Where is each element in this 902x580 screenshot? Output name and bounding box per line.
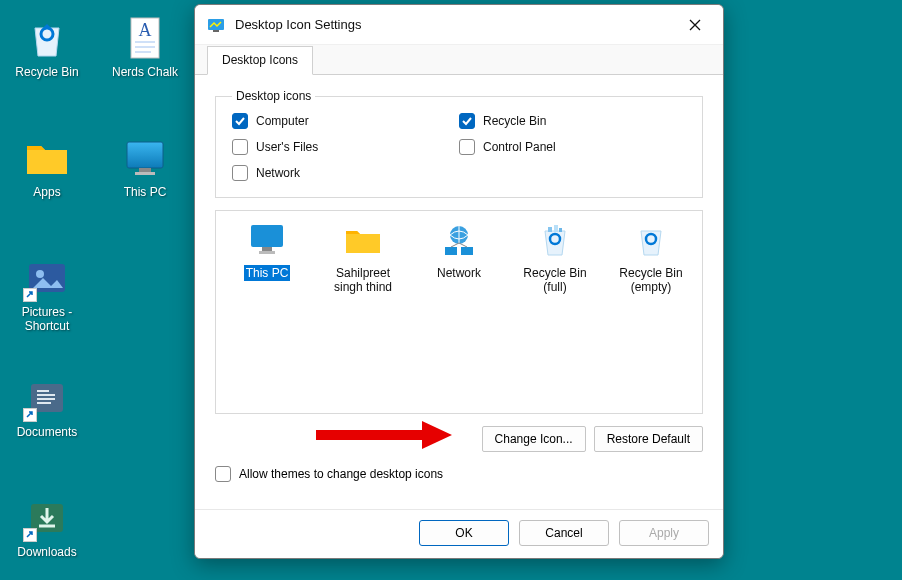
check-network[interactable]: Network — [232, 165, 459, 181]
preview-recycle-empty[interactable]: Recycle Bin (empty) — [612, 223, 690, 296]
shortcut-overlay-icon — [23, 528, 37, 542]
desktop-icon-recycle-bin[interactable]: Recycle Bin — [8, 14, 86, 80]
check-computer[interactable]: Computer — [232, 113, 459, 129]
apply-button[interactable]: Apply — [619, 520, 709, 546]
svg-rect-31 — [559, 228, 562, 232]
svg-line-27 — [451, 243, 459, 247]
desktop-icons-group: Desktop icons Computer Recycle Bin User'… — [215, 89, 703, 198]
svg-line-28 — [459, 243, 467, 247]
close-button[interactable] — [675, 7, 715, 43]
recycle-bin-empty-icon — [631, 223, 671, 259]
svg-rect-21 — [262, 247, 272, 251]
svg-rect-14 — [37, 398, 55, 400]
shortcut-overlay-icon — [23, 408, 37, 422]
desktop-icon-settings-dialog: Desktop Icon Settings Desktop Icons Desk… — [194, 4, 724, 559]
dialog-body: Desktop icons Computer Recycle Bin User'… — [195, 75, 723, 509]
checkbox-icon — [459, 113, 475, 129]
desktop-icon-apps[interactable]: Apps — [8, 134, 86, 200]
checkbox-grid: Computer Recycle Bin User's Files Contro… — [232, 113, 686, 181]
allow-themes-label: Allow themes to change desktop icons — [239, 467, 443, 481]
svg-rect-15 — [37, 402, 51, 404]
svg-rect-12 — [37, 390, 49, 392]
cancel-button[interactable]: Cancel — [519, 520, 609, 546]
folder-icon — [23, 134, 71, 182]
monitor-icon — [247, 223, 287, 259]
check-users-files[interactable]: User's Files — [232, 139, 459, 155]
check-control-panel[interactable]: Control Panel — [459, 139, 686, 155]
check-label: Network — [256, 166, 300, 180]
svg-rect-19 — [213, 30, 219, 32]
svg-rect-30 — [554, 225, 558, 232]
check-label: User's Files — [256, 140, 318, 154]
desktop-icon-downloads[interactable]: Downloads — [8, 494, 86, 560]
tab-desktop-icons[interactable]: Desktop Icons — [207, 46, 313, 75]
restore-default-button[interactable]: Restore Default — [594, 426, 703, 452]
group-label: Desktop icons — [232, 89, 315, 103]
svg-rect-25 — [445, 247, 457, 255]
desktop-icon-documents[interactable]: Documents — [8, 374, 86, 440]
desktop-icon-label: This PC — [124, 186, 167, 200]
app-icon — [207, 16, 225, 34]
desktop-icon-label: Nerds Chalk — [112, 66, 178, 80]
ok-button[interactable]: OK — [419, 520, 509, 546]
svg-rect-22 — [259, 251, 275, 254]
preview-this-pc[interactable]: This PC — [228, 223, 306, 281]
desktop-icon-label: Pictures - Shortcut — [8, 306, 86, 334]
svg-rect-29 — [548, 227, 552, 232]
recycle-bin-full-icon — [535, 223, 575, 259]
checkbox-icon — [232, 139, 248, 155]
icon-preview-pane: This PC Sahilpreet singh thind Network R… — [215, 210, 703, 414]
network-icon — [439, 223, 479, 259]
folder-icon — [343, 223, 383, 259]
downloads-icon — [23, 494, 71, 542]
desktop-icon-pictures-shortcut[interactable]: Pictures - Shortcut — [8, 254, 86, 334]
checkbox-icon — [459, 139, 475, 155]
preview-label: Recycle Bin (full) — [516, 265, 594, 296]
checkbox-icon — [232, 113, 248, 129]
documents-icon — [23, 374, 71, 422]
tab-bar: Desktop Icons — [195, 45, 723, 75]
svg-rect-26 — [461, 247, 473, 255]
recycle-bin-icon — [23, 14, 71, 62]
preview-label: This PC — [244, 265, 291, 281]
check-label: Computer — [256, 114, 309, 128]
desktop-icon-label: Recycle Bin — [15, 66, 78, 80]
monitor-icon — [121, 134, 169, 182]
dialog-title: Desktop Icon Settings — [235, 17, 675, 32]
preview-user-folder[interactable]: Sahilpreet singh thind — [324, 223, 402, 296]
preview-label: Sahilpreet singh thind — [324, 265, 402, 296]
checkbox-icon — [215, 466, 231, 482]
svg-rect-7 — [139, 168, 151, 172]
titlebar: Desktop Icon Settings — [195, 5, 723, 45]
desktop-icon-label: Apps — [33, 186, 60, 200]
desktop-icon-label: Documents — [17, 426, 78, 440]
allow-themes-row[interactable]: Allow themes to change desktop icons — [215, 466, 703, 482]
dialog-footer: OK Cancel Apply — [195, 509, 723, 558]
preview-label: Network — [435, 265, 483, 281]
svg-point-10 — [36, 270, 44, 278]
icon-buttons-row: Change Icon... Restore Default — [215, 426, 703, 452]
change-icon-button[interactable]: Change Icon... — [482, 426, 586, 452]
svg-rect-8 — [135, 172, 155, 175]
preview-network[interactable]: Network — [420, 223, 498, 281]
desktop-icon-label: Downloads — [17, 546, 76, 560]
svg-text:A: A — [139, 20, 152, 40]
svg-rect-6 — [127, 142, 163, 168]
document-icon: A — [121, 14, 169, 62]
svg-rect-13 — [37, 394, 55, 396]
desktop-icon-this-pc[interactable]: This PC — [106, 134, 184, 200]
svg-rect-20 — [251, 225, 283, 247]
check-recycle-bin[interactable]: Recycle Bin — [459, 113, 686, 129]
desktop-icon-nerds-chalk[interactable]: A Nerds Chalk — [106, 14, 184, 80]
preview-label: Recycle Bin (empty) — [612, 265, 690, 296]
shortcut-overlay-icon — [23, 288, 37, 302]
check-label: Control Panel — [483, 140, 556, 154]
check-label: Recycle Bin — [483, 114, 546, 128]
preview-recycle-full[interactable]: Recycle Bin (full) — [516, 223, 594, 296]
checkbox-icon — [232, 165, 248, 181]
pictures-icon — [23, 254, 71, 302]
